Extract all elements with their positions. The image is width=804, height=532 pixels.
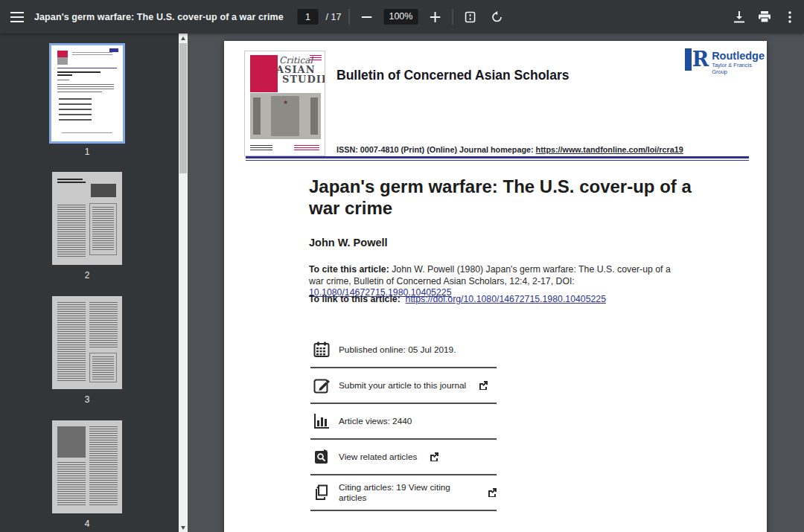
article-views-text: Article views: 2440 [339, 416, 412, 426]
thumb-text-column [57, 462, 86, 507]
thumb-sidebar-box [89, 353, 117, 382]
related-articles-text[interactable]: View related articles [339, 452, 417, 462]
thumb-title [57, 74, 72, 76]
star-icon: ★ [283, 99, 288, 106]
thumb-illustration [91, 184, 116, 197]
toolbar-divider [452, 9, 453, 25]
thumb-text-column [89, 426, 118, 507]
routledge-name: Routledge [712, 51, 767, 62]
thumbnail-page-3-label: 3 [52, 394, 122, 405]
zoom-level[interactable]: 100% [383, 9, 418, 25]
thumbnail-page-2-label: 2 [52, 270, 122, 281]
routledge-logo: R Routledge Taylor & Francis Group [685, 48, 767, 75]
journal-title: Bulletin of Concerned Asian Scholars [336, 68, 569, 83]
thumb-text [57, 84, 114, 89]
citing-pages-icon [313, 484, 330, 501]
doi-url-link[interactable]: https://doi.org/10.1080/14672715.1980.10… [406, 294, 606, 304]
rotate-icon[interactable] [487, 7, 506, 27]
thumbnail-sidebar: 1 2 3 4 [0, 33, 188, 532]
thumbnail-page-4-label: 4 [52, 519, 122, 529]
article-title: Japan's germ warfare: The U.S. cover-up … [309, 176, 704, 219]
thumbnail-page-3-preview[interactable] [52, 296, 122, 389]
submit-article-text[interactable]: Submit your article to this journal [339, 380, 466, 391]
thumbnail-page-4[interactable]: 4 [52, 420, 122, 513]
thumb-action-rows [59, 98, 92, 124]
cover-routledge-mark [250, 145, 272, 152]
thumb-title [57, 179, 83, 180]
thumb-sidebar-box [89, 203, 117, 255]
document-title: Japan's germ warfare: The U.S. cover-up … [34, 12, 284, 22]
thumb-footer [62, 132, 112, 134]
thumb-illustration [57, 426, 86, 458]
cover-footer-text [294, 145, 319, 152]
thumbnail-page-1-preview[interactable] [51, 45, 123, 141]
thumb-title [57, 182, 86, 183]
external-link-icon [479, 381, 488, 390]
pdf-toolbar: Japan's germ warfare: The U.S. cover-up … [0, 0, 804, 33]
page-number-input[interactable] [298, 9, 319, 25]
thumb-text [57, 92, 102, 94]
download-icon[interactable] [730, 7, 749, 27]
calendar-icon [313, 342, 330, 358]
cover-title: Critical ASIAN STUDIES [267, 56, 324, 85]
scroll-up-icon[interactable] [179, 33, 188, 42]
related-search-icon [313, 449, 330, 465]
thumbnail-page-2-preview[interactable] [52, 172, 122, 265]
issn-line: ISSN: 0007-4810 (Print) (Online) Journal… [336, 145, 683, 154]
thumb-title [57, 71, 100, 73]
pdf-viewer-area[interactable]: Critical ASIAN STUDIES ★ Bulletin of Con… [188, 33, 804, 532]
citing-articles-row[interactable]: Citing articles: 19 View citing articles [310, 475, 497, 511]
thumb-text [57, 80, 69, 82]
article-author: John W. Powell [309, 237, 388, 249]
thumb-text-column [92, 207, 114, 251]
sidebar-scrollbar[interactable] [179, 33, 188, 532]
published-online-row: Published online: 05 Jul 2019. [310, 333, 497, 368]
related-articles-row[interactable]: View related articles [310, 440, 497, 475]
toolbar-divider [348, 9, 349, 25]
thumb-logo [109, 48, 118, 52]
bar-chart-icon [313, 413, 330, 429]
scroll-down-icon[interactable] [179, 523, 188, 532]
submit-pencil-icon [313, 377, 330, 394]
external-link-icon [488, 488, 497, 497]
zoom-out-icon[interactable] [357, 7, 376, 27]
thumb-text-column [57, 302, 86, 382]
thumbnail-page-2[interactable]: 2 [52, 172, 122, 265]
pdf-page-1: Critical ASIAN STUDIES ★ Bulletin of Con… [224, 41, 767, 532]
article-views-row: Article views: 2440 [310, 404, 497, 440]
journal-cover-image: Critical ASIAN STUDIES ★ [244, 51, 325, 156]
published-online-text: Published online: 05 Jul 2019. [339, 344, 456, 355]
external-link-icon [430, 452, 438, 461]
routledge-bar [685, 48, 692, 71]
routledge-tagline: Taylor & Francis Group [712, 62, 767, 75]
thumb-text-column [89, 302, 118, 348]
submit-article-row[interactable]: Submit your article to this journal [310, 368, 497, 404]
thumb-text-column [92, 356, 114, 380]
more-options-icon[interactable] [780, 7, 800, 27]
fit-page-icon[interactable] [460, 7, 479, 27]
article-actions: Published online: 05 Jul 2019. Submit yo… [310, 333, 497, 511]
citing-articles-text[interactable]: Citing articles: 19 View citing articles [339, 482, 475, 503]
header-rule [246, 156, 749, 161]
zoom-in-icon[interactable] [425, 7, 444, 27]
thumbnail-page-1[interactable]: 1 [51, 45, 123, 141]
thumb-rule [57, 68, 117, 68]
thumbnail-page-4-preview[interactable] [52, 420, 122, 513]
thumb-text [72, 52, 112, 55]
thumb-text-column [57, 205, 86, 258]
journal-homepage-link[interactable]: https://www.tandfonline.com/loi/rcra19 [536, 145, 683, 154]
thumb-cover-photo [57, 57, 68, 65]
print-icon[interactable] [755, 7, 774, 27]
thumbnail-page-1-label: 1 [51, 147, 123, 157]
menu-icon[interactable] [0, 0, 34, 33]
routledge-r-icon: R [692, 48, 709, 71]
sidebar-scrollbar-thumb[interactable] [179, 43, 187, 173]
thumbnail-page-3[interactable]: 3 [52, 296, 122, 389]
page-count-label: / 17 [326, 12, 342, 22]
cover-photo: ★ [250, 93, 321, 139]
link-line: To link to this article: https://doi.org… [309, 294, 606, 304]
